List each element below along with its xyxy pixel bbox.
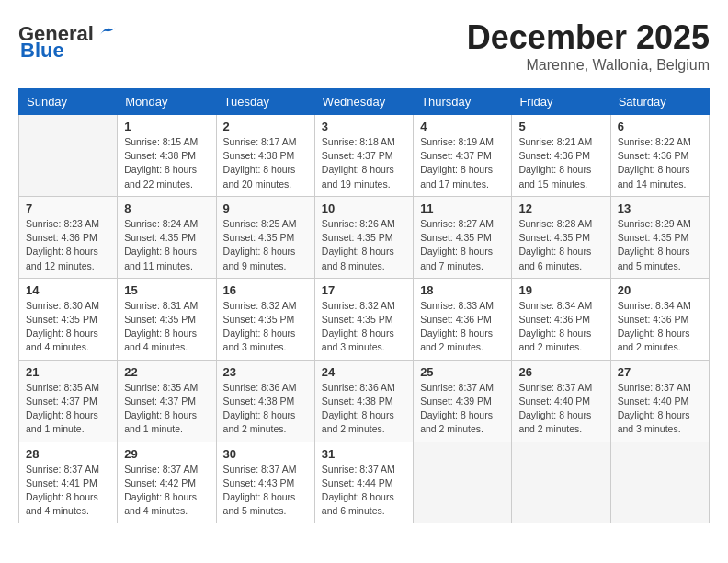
day-info: Sunrise: 8:31 AMSunset: 4:35 PMDaylight:… [124,299,209,355]
calendar-cell: 2Sunrise: 8:17 AMSunset: 4:38 PMDaylight… [216,115,314,197]
col-header-tuesday: Tuesday [216,89,314,115]
day-info: Sunrise: 8:28 AMSunset: 4:35 PMDaylight:… [518,217,603,273]
calendar-week-row: 7Sunrise: 8:23 AMSunset: 4:36 PMDaylight… [19,196,710,278]
day-number: 8 [124,201,209,215]
col-header-saturday: Saturday [610,89,709,115]
calendar-cell: 15Sunrise: 8:31 AMSunset: 4:35 PMDayligh… [118,278,216,360]
calendar-cell: 10Sunrise: 8:26 AMSunset: 4:35 PMDayligh… [314,196,413,278]
col-header-thursday: Thursday [414,89,512,115]
day-info: Sunrise: 8:35 AMSunset: 4:37 PMDaylight:… [124,381,209,437]
day-number: 26 [518,365,603,379]
calendar-cell: 11Sunrise: 8:27 AMSunset: 4:35 PMDayligh… [414,196,512,278]
day-number: 9 [223,201,308,215]
day-number: 11 [420,201,505,215]
day-info: Sunrise: 8:36 AMSunset: 4:38 PMDaylight:… [322,381,406,437]
col-header-monday: Monday [118,89,216,115]
calendar-cell: 21Sunrise: 8:35 AMSunset: 4:37 PMDayligh… [19,360,118,442]
calendar-cell [610,442,709,523]
calendar-cell: 31Sunrise: 8:37 AMSunset: 4:44 PMDayligh… [314,442,413,523]
day-info: Sunrise: 8:27 AMSunset: 4:35 PMDaylight:… [420,217,505,273]
calendar-cell: 20Sunrise: 8:34 AMSunset: 4:36 PMDayligh… [610,278,709,360]
day-info: Sunrise: 8:34 AMSunset: 4:36 PMDaylight:… [618,299,702,355]
calendar-cell: 3Sunrise: 8:18 AMSunset: 4:37 PMDaylight… [314,115,413,197]
day-number: 19 [518,283,603,297]
day-info: Sunrise: 8:15 AMSunset: 4:38 PMDaylight:… [124,135,209,191]
calendar-cell [512,442,610,523]
calendar-cell: 23Sunrise: 8:36 AMSunset: 4:38 PMDayligh… [216,360,314,442]
calendar-cell: 1Sunrise: 8:15 AMSunset: 4:38 PMDaylight… [118,115,216,197]
calendar-cell: 17Sunrise: 8:32 AMSunset: 4:35 PMDayligh… [314,278,413,360]
day-info: Sunrise: 8:35 AMSunset: 4:37 PMDaylight:… [26,381,110,437]
calendar-cell: 14Sunrise: 8:30 AMSunset: 4:35 PMDayligh… [19,278,118,360]
day-number: 16 [223,283,308,297]
day-info: Sunrise: 8:36 AMSunset: 4:38 PMDaylight:… [223,381,308,437]
calendar-cell: 19Sunrise: 8:34 AMSunset: 4:36 PMDayligh… [512,278,610,360]
day-info: Sunrise: 8:37 AMSunset: 4:43 PMDaylight:… [223,463,308,519]
day-info: Sunrise: 8:37 AMSunset: 4:40 PMDaylight:… [518,381,603,437]
logo: General Blue [18,24,118,61]
day-number: 25 [420,365,505,379]
page-header: General Blue December 2025 Marenne, Wall… [18,18,710,74]
day-number: 14 [26,283,110,297]
day-info: Sunrise: 8:32 AMSunset: 4:35 PMDaylight:… [322,299,406,355]
day-number: 6 [618,120,702,133]
logo-bird-icon [97,25,118,40]
day-info: Sunrise: 8:32 AMSunset: 4:35 PMDaylight:… [223,299,308,355]
calendar-week-row: 28Sunrise: 8:37 AMSunset: 4:41 PMDayligh… [19,442,710,523]
logo-blue-text: Blue [20,40,64,61]
calendar-cell: 29Sunrise: 8:37 AMSunset: 4:42 PMDayligh… [118,442,216,523]
day-number: 5 [518,120,603,133]
calendar-header-row: SundayMondayTuesdayWednesdayThursdayFrid… [19,89,710,115]
day-info: Sunrise: 8:33 AMSunset: 4:36 PMDaylight:… [420,299,505,355]
day-number: 3 [322,120,406,133]
day-number: 13 [618,201,702,215]
calendar-table: SundayMondayTuesdayWednesdayThursdayFrid… [18,88,710,523]
day-info: Sunrise: 8:17 AMSunset: 4:38 PMDaylight:… [223,135,308,191]
day-info: Sunrise: 8:19 AMSunset: 4:37 PMDaylight:… [420,135,505,191]
calendar-week-row: 14Sunrise: 8:30 AMSunset: 4:35 PMDayligh… [19,278,710,360]
day-number: 15 [124,283,209,297]
day-info: Sunrise: 8:25 AMSunset: 4:35 PMDaylight:… [223,217,308,273]
calendar-cell: 4Sunrise: 8:19 AMSunset: 4:37 PMDaylight… [414,115,512,197]
day-info: Sunrise: 8:37 AMSunset: 4:39 PMDaylight:… [420,381,505,437]
calendar-cell: 30Sunrise: 8:37 AMSunset: 4:43 PMDayligh… [216,442,314,523]
day-info: Sunrise: 8:21 AMSunset: 4:36 PMDaylight:… [518,135,603,191]
day-info: Sunrise: 8:37 AMSunset: 4:44 PMDaylight:… [322,463,406,519]
calendar-cell: 22Sunrise: 8:35 AMSunset: 4:37 PMDayligh… [118,360,216,442]
calendar-cell: 5Sunrise: 8:21 AMSunset: 4:36 PMDaylight… [512,115,610,197]
day-number: 2 [223,120,308,133]
day-info: Sunrise: 8:37 AMSunset: 4:42 PMDaylight:… [124,463,209,519]
calendar-cell: 24Sunrise: 8:36 AMSunset: 4:38 PMDayligh… [314,360,413,442]
day-number: 7 [26,201,110,215]
day-number: 12 [518,201,603,215]
day-info: Sunrise: 8:37 AMSunset: 4:40 PMDaylight:… [618,381,702,437]
title-area: December 2025 Marenne, Wallonia, Belgium [467,18,710,74]
calendar-cell: 6Sunrise: 8:22 AMSunset: 4:36 PMDaylight… [610,115,709,197]
day-number: 17 [322,283,406,297]
day-number: 29 [124,447,209,461]
calendar-week-row: 1Sunrise: 8:15 AMSunset: 4:38 PMDaylight… [19,115,710,197]
day-number: 23 [223,365,308,379]
day-number: 30 [223,447,308,461]
calendar-week-row: 21Sunrise: 8:35 AMSunset: 4:37 PMDayligh… [19,360,710,442]
col-header-sunday: Sunday [19,89,118,115]
col-header-friday: Friday [512,89,610,115]
calendar-cell: 18Sunrise: 8:33 AMSunset: 4:36 PMDayligh… [414,278,512,360]
day-info: Sunrise: 8:29 AMSunset: 4:35 PMDaylight:… [618,217,702,273]
col-header-wednesday: Wednesday [314,89,413,115]
calendar-cell [414,442,512,523]
day-info: Sunrise: 8:24 AMSunset: 4:35 PMDaylight:… [124,217,209,273]
calendar-cell: 8Sunrise: 8:24 AMSunset: 4:35 PMDaylight… [118,196,216,278]
day-info: Sunrise: 8:18 AMSunset: 4:37 PMDaylight:… [322,135,406,191]
day-number: 22 [124,365,209,379]
day-info: Sunrise: 8:34 AMSunset: 4:36 PMDaylight:… [518,299,603,355]
calendar-cell: 7Sunrise: 8:23 AMSunset: 4:36 PMDaylight… [19,196,118,278]
day-number: 31 [322,447,406,461]
day-number: 28 [26,447,110,461]
calendar-cell: 12Sunrise: 8:28 AMSunset: 4:35 PMDayligh… [512,196,610,278]
location-subtitle: Marenne, Wallonia, Belgium [467,57,710,74]
day-info: Sunrise: 8:30 AMSunset: 4:35 PMDaylight:… [26,299,110,355]
calendar-cell: 28Sunrise: 8:37 AMSunset: 4:41 PMDayligh… [19,442,118,523]
calendar-cell: 25Sunrise: 8:37 AMSunset: 4:39 PMDayligh… [414,360,512,442]
day-info: Sunrise: 8:23 AMSunset: 4:36 PMDaylight:… [26,217,110,273]
